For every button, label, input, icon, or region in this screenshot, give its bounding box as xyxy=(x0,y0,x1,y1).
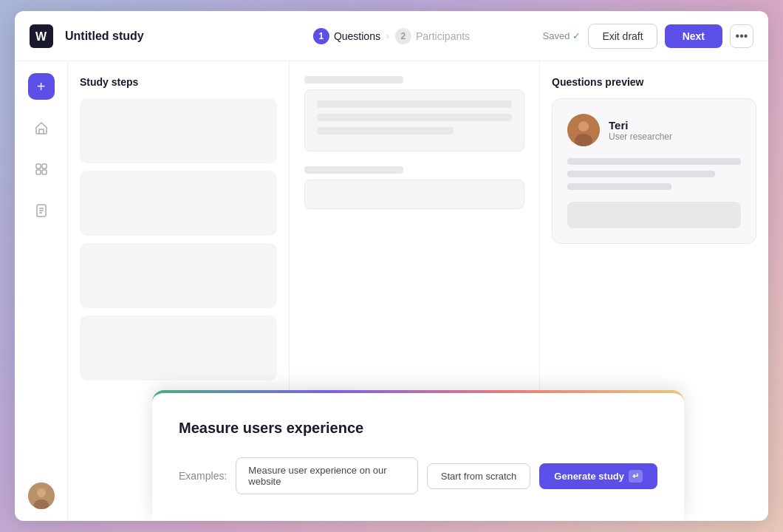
home-icon xyxy=(34,120,49,135)
skeleton-bar xyxy=(304,76,403,83)
app-logo: W xyxy=(30,24,53,48)
ai-modal-overlay: Measure users experience Examples: Measu… xyxy=(68,390,768,521)
step-1-label: Questions xyxy=(334,30,380,42)
skeleton-input-box xyxy=(304,180,524,209)
study-title: Untitled study xyxy=(65,30,144,43)
preview-user-role: User researcher xyxy=(609,132,672,142)
study-step-card-2[interactable] xyxy=(80,171,277,236)
step-2-label: Participants xyxy=(416,30,470,42)
preview-user: Teri User researcher xyxy=(567,114,741,146)
preview-user-avatar xyxy=(567,114,600,146)
skeleton-bar xyxy=(304,166,403,174)
enter-icon: ↵ xyxy=(629,470,643,482)
preview-content-lines xyxy=(567,158,741,190)
user-avatar-sidebar[interactable] xyxy=(28,482,55,509)
generate-study-button[interactable]: Generate study ↵ xyxy=(539,463,657,489)
ai-modal: Measure users experience Examples: Measu… xyxy=(152,390,684,521)
content-area: Study steps xyxy=(68,61,768,521)
svg-point-11 xyxy=(37,488,46,497)
top-bar: W Untitled study 1 Questions › 2 Partici… xyxy=(15,11,768,61)
saved-label: Saved xyxy=(543,30,570,41)
svg-rect-4 xyxy=(36,170,41,174)
svg-point-14 xyxy=(578,121,589,132)
skeleton-section-1 xyxy=(304,76,524,151)
start-from-scratch-button[interactable]: Start from scratch xyxy=(427,463,531,489)
study-steps-title: Study steps xyxy=(80,76,277,88)
step-1-number: 1 xyxy=(313,28,329,44)
sidebar-item-docs[interactable] xyxy=(28,197,55,224)
example-chip[interactable]: Measure user experience on our website xyxy=(236,457,417,494)
study-step-card-4[interactable] xyxy=(80,316,277,381)
more-icon: ••• xyxy=(736,30,748,43)
app-window: W Untitled study 1 Questions › 2 Partici… xyxy=(15,11,768,521)
sidebar: + xyxy=(15,61,68,521)
avatar-image xyxy=(28,482,55,509)
study-step-card-1[interactable] xyxy=(80,98,277,163)
sidebar-item-home[interactable] xyxy=(28,115,55,141)
step-2[interactable]: 2 Participants xyxy=(395,28,470,44)
skeleton-bar xyxy=(317,114,512,121)
preview-user-name: Teri xyxy=(609,119,672,132)
study-step-card-3[interactable] xyxy=(80,243,277,308)
plus-icon: + xyxy=(37,78,46,95)
docs-icon xyxy=(34,203,49,218)
svg-rect-5 xyxy=(42,170,47,174)
saved-status: Saved ✓ xyxy=(543,30,581,41)
preview-line-3 xyxy=(567,183,671,190)
sidebar-item-grid[interactable] xyxy=(28,156,55,183)
examples-label: Examples: xyxy=(179,470,227,482)
step-1[interactable]: 1 Questions xyxy=(313,28,380,44)
main-content: + xyxy=(15,61,768,521)
check-icon: ✓ xyxy=(572,30,581,41)
questions-preview-title: Questions preview xyxy=(552,76,756,88)
svg-rect-2 xyxy=(36,164,41,168)
sidebar-add-button[interactable]: + xyxy=(28,73,55,100)
step-arrow: › xyxy=(386,31,389,41)
exit-draft-button[interactable]: Exit draft xyxy=(588,24,657,49)
preview-line-2 xyxy=(567,171,715,177)
top-right-actions: Saved ✓ Exit draft Next ••• xyxy=(543,24,753,49)
step-2-number: 2 xyxy=(395,28,411,44)
skeleton-bar xyxy=(317,127,454,134)
generate-label: Generate study xyxy=(554,471,624,482)
preview-line-1 xyxy=(567,158,741,165)
svg-text:W: W xyxy=(35,30,47,43)
ai-modal-title: Measure users experience xyxy=(179,420,657,437)
stepper: 1 Questions › 2 Participants xyxy=(313,28,470,44)
preview-button-placeholder xyxy=(567,202,741,228)
more-options-button[interactable]: ••• xyxy=(730,24,753,48)
preview-user-info: Teri User researcher xyxy=(609,119,672,142)
preview-card: Teri User researcher xyxy=(552,98,756,244)
ai-modal-examples-row: Examples: Measure user experience on our… xyxy=(179,457,657,494)
grid-icon xyxy=(34,162,49,177)
preview-avatar-image xyxy=(567,114,600,146)
svg-rect-3 xyxy=(42,164,47,168)
next-button[interactable]: Next xyxy=(665,24,722,48)
skeleton-section-2 xyxy=(304,166,524,209)
skeleton-bar xyxy=(317,100,512,108)
